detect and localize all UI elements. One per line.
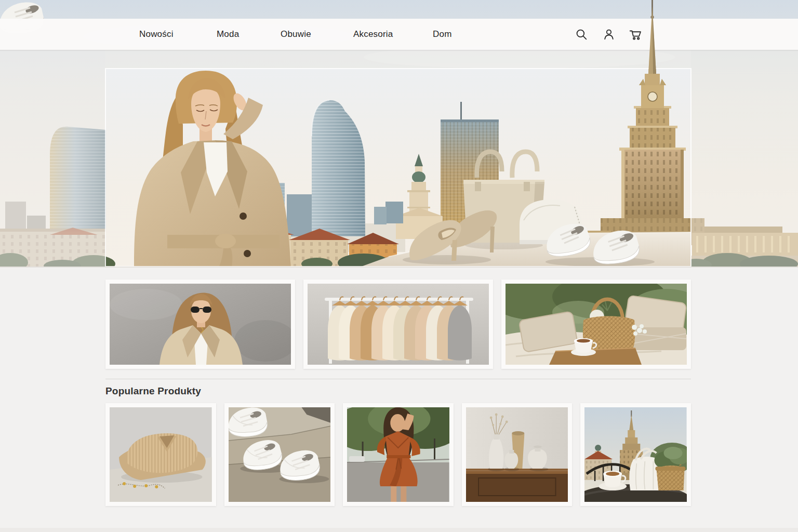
category-image-clothing-rack (308, 284, 489, 365)
product-card-dress[interactable] (343, 403, 454, 506)
hero-banner[interactable]: Nowości Moda Obuwie Akcesoria Dom (0, 0, 798, 268)
nav-item-akcesoria[interactable]: Akcesoria (353, 19, 393, 50)
product-row (105, 403, 691, 506)
nav-item-obuwie[interactable]: Obuwie (281, 19, 311, 50)
category-card-home-picnic[interactable] (501, 280, 691, 369)
category-card-clothing-rack[interactable] (303, 280, 493, 369)
category-image-home-picnic (506, 284, 687, 365)
section-divider (105, 379, 691, 379)
main-nav: Nowości Moda Obuwie Akcesoria Dom (0, 19, 798, 50)
product-card-vases[interactable] (462, 403, 573, 506)
nav-item-dom[interactable]: Dom (433, 19, 452, 50)
product-image-sweater (110, 407, 212, 502)
main-content: Popularne Produkty (105, 280, 691, 506)
search-icon[interactable] (575, 28, 588, 41)
popular-products-heading: Popularne Produkty (105, 385, 691, 397)
cart-icon[interactable] (629, 28, 642, 41)
product-image-sneakers (229, 407, 331, 502)
product-image-dress (347, 407, 449, 502)
category-image-blazer (110, 284, 291, 365)
product-card-sneakers[interactable] (224, 403, 335, 506)
product-card-sweater[interactable] (105, 403, 216, 506)
product-card-cafe-view[interactable] (580, 403, 691, 506)
footer-strip (0, 528, 798, 532)
nav-item-moda[interactable]: Moda (217, 19, 239, 50)
user-icon[interactable] (602, 28, 616, 41)
product-image-cafe-view (584, 407, 687, 502)
category-card-blazer[interactable] (105, 280, 295, 369)
nav-item-nowosci[interactable]: Nowości (139, 19, 174, 50)
category-row (105, 280, 691, 369)
product-image-vases (466, 407, 568, 502)
